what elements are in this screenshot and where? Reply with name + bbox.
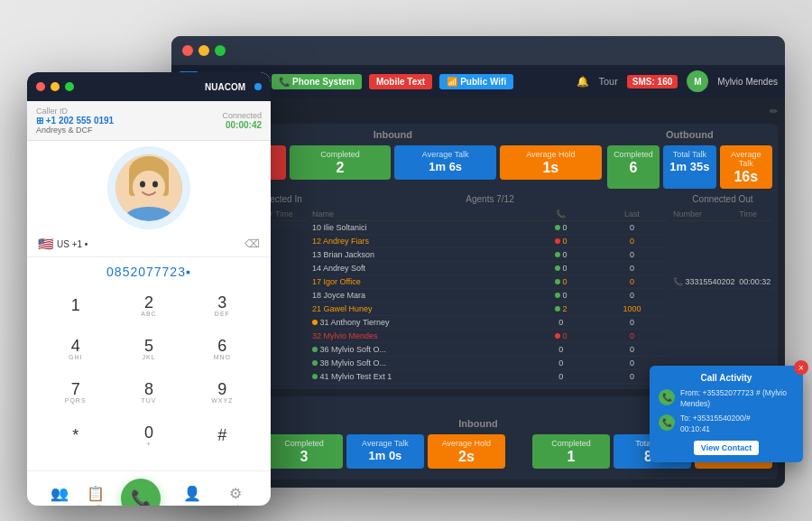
- out-avgtalk-label: Average Talk: [725, 150, 767, 168]
- phone-dialer: NUACOM Caller ID ⊞ +1 202 555 0191 Andre…: [27, 72, 271, 506]
- dial-button-6[interactable]: 6 MNO: [189, 330, 256, 367]
- outbound-avgtalk-card: Average Talk 16s: [720, 145, 772, 189]
- dial-button-9[interactable]: 9 WXYZ: [189, 373, 256, 411]
- minimize-traffic-light[interactable]: [198, 45, 209, 56]
- close-traffic-light[interactable]: [182, 45, 193, 56]
- outbound-totaltalk-card: Total Talk 1m 35s: [663, 145, 715, 189]
- clear-input-button[interactable]: ⌫: [245, 237, 260, 250]
- connected-out-label: Connected Out: [673, 194, 772, 204]
- agents-section: Agents 7/12 Name 📞 Last 10 Ilie Soltanic…: [312, 194, 668, 384]
- contact-avatar-ring: [113, 152, 185, 224]
- dial-button-8[interactable]: 8 TUV: [115, 373, 182, 411]
- completed-label: Completed: [295, 150, 386, 159]
- calls-tab[interactable]: 📋 Calls: [87, 485, 105, 507]
- caller-sub: Andreys & DCF: [36, 126, 114, 135]
- agent-row-8: 32 Mylvio Mendes 0 0: [312, 330, 668, 343]
- close-call-activity-button[interactable]: ×: [794, 360, 808, 375]
- agent-row-5: 18 Joyce Mara 0 0: [312, 289, 668, 302]
- dial-button-1[interactable]: 1: [42, 286, 109, 324]
- call-to-icon: 📞: [659, 414, 675, 431]
- conn-out-header: Number Time: [673, 208, 772, 221]
- agent-row-6: 21 Gawel Huney 2 1000: [312, 302, 668, 316]
- inbound-completed-card: Completed 2: [290, 145, 392, 180]
- dialer-close-button[interactable]: [36, 82, 45, 91]
- call-activity-popup: × Call Activity 📞 From: +35352077723 # (…: [650, 366, 803, 462]
- avgtalk-label: Average Talk: [400, 150, 491, 159]
- agent-row-0: 10 Ilie Soltanici 0 0: [312, 221, 668, 235]
- user-avatar[interactable]: M: [687, 70, 708, 92]
- phone-system-tag[interactable]: 📞 Phone System: [272, 74, 362, 89]
- out-completed-label: Completed: [613, 150, 654, 159]
- call-from-text: From: +35352077723 # (Mylvio Mendes): [680, 388, 794, 410]
- wifi-tag[interactable]: 📶 Public Wifi: [439, 74, 513, 89]
- user-name: Mylvio Mendes: [717, 77, 778, 87]
- edit-icon[interactable]: ✏: [770, 106, 778, 117]
- avatar-area: [27, 141, 271, 231]
- dialpad-grid: 1 2 ABC 3 DEF 4 GHI 5 JKL 6 MNO: [42, 286, 256, 454]
- svg-point-6: [152, 181, 158, 188]
- bell-icon[interactable]: 🔔: [577, 76, 589, 88]
- dial-button-2[interactable]: 2 ABC: [115, 286, 182, 324]
- browser-titlebar: [171, 36, 785, 65]
- outbound-section: Outbound Completed 6 Total Talk 1m 35s A…: [607, 129, 772, 194]
- flag-area: 🇺🇸 US +1 • ⌫: [27, 231, 271, 257]
- agent-row-4: 17 Igor Office 0 0: [312, 275, 668, 289]
- call-button[interactable]: 📞: [121, 479, 161, 506]
- conn-out-row-1: 📞 33315540202 00:00:32: [673, 275, 772, 289]
- dialer-fullscreen-button[interactable]: [65, 82, 74, 91]
- dialer-minimize-button[interactable]: [51, 82, 60, 91]
- dial-button-hash[interactable]: #: [189, 416, 256, 454]
- view-contact-button[interactable]: View Contact: [694, 441, 759, 455]
- contact-tab[interactable]: 👤 Contact: [178, 485, 206, 507]
- tour-label[interactable]: Tour: [598, 76, 617, 87]
- fullscreen-traffic-light[interactable]: [215, 45, 226, 56]
- completed-value: 2: [295, 161, 386, 175]
- outbound-stats-row: Completed 6 Total Talk 1m 35s Average Ta…: [607, 145, 772, 189]
- agent-row-11: 41 Mylvio Test Ext 1 0 0: [312, 370, 668, 384]
- flag-icon: 🇺🇸: [38, 237, 53, 251]
- totaltalk-label: Total Talk: [669, 150, 710, 159]
- agents-table-header: Name 📞 Last: [312, 208, 668, 221]
- svg-point-4: [133, 171, 165, 203]
- agent-row-3: 14 Andrey Soft 0 0: [312, 262, 668, 275]
- call-status: Connected 00:00:42: [222, 111, 262, 130]
- settings-tab[interactable]: ⚙ Setting: [223, 485, 248, 507]
- support-out-completed-card: Completed 1: [532, 434, 610, 469]
- dialer-logo: NUACOM: [205, 82, 245, 92]
- dialer-header: NUACOM: [27, 72, 271, 101]
- dial-button-0[interactable]: 0 +: [115, 416, 182, 454]
- nav-right: 🔔 Tour SMS: 160 M Mylvio Mendes: [577, 70, 778, 92]
- support-avgtalk-card: Average Talk 1m 0s: [346, 434, 424, 469]
- dial-button-3[interactable]: 3 DEF: [189, 286, 256, 324]
- agent-row-7: 31 Anthony Tierney 0 0: [312, 316, 668, 330]
- country-code[interactable]: US +1 •: [57, 239, 88, 249]
- call-from-icon: 📞: [659, 389, 675, 405]
- inbound-avghold-card: Average Hold 1s: [500, 145, 602, 180]
- call-from-row: 📞 From: +35352077723 # (Mylvio Mendes): [659, 388, 794, 410]
- status-dot: [254, 83, 262, 90]
- mobile-text-tag[interactable]: Mobile Text: [369, 74, 432, 89]
- avatar-svg: [115, 154, 182, 221]
- outbound-label: Outbound: [607, 129, 772, 140]
- outbound-completed-card: Completed 6: [607, 145, 660, 189]
- contact-avatar: [115, 154, 182, 221]
- connected-out-section: Connected Out Number Time 📞 33315540202 …: [673, 194, 772, 384]
- sms-badge[interactable]: SMS: 160: [627, 75, 678, 88]
- call-to-row: 📞 To: +35315540200/# 00:10:41: [659, 414, 794, 435]
- out-completed-value: 6: [613, 161, 654, 175]
- team-tab[interactable]: 👥 Team: [50, 485, 69, 507]
- support-avghold-card: Average Hold 2s: [428, 434, 505, 469]
- out-avgtalk-value: 16s: [725, 170, 767, 184]
- inbound-avgtalk-card: Average Talk 1m 6s: [394, 145, 496, 180]
- dial-button-5[interactable]: 5 JKL: [115, 330, 182, 367]
- dial-button-7[interactable]: 7 PQRS: [42, 373, 109, 411]
- dial-button-star[interactable]: *: [42, 416, 109, 454]
- avghold-value: 1s: [505, 161, 596, 175]
- dialpad: 0852077723▪ 1 2 ABC 3 DEF 4 GHI 5 JKL: [27, 257, 271, 470]
- caller-id-label: Caller ID ⊞ +1 202 555 0191 Andreys & DC…: [36, 107, 114, 135]
- call-activity-title: Call Activity: [659, 373, 794, 383]
- agent-table-area: Waiting 0 ver Time Connected In Number T…: [184, 194, 772, 384]
- svg-point-5: [140, 181, 145, 188]
- avghold-label: Average Hold: [505, 150, 596, 159]
- dial-button-4[interactable]: 4 GHI: [42, 330, 109, 367]
